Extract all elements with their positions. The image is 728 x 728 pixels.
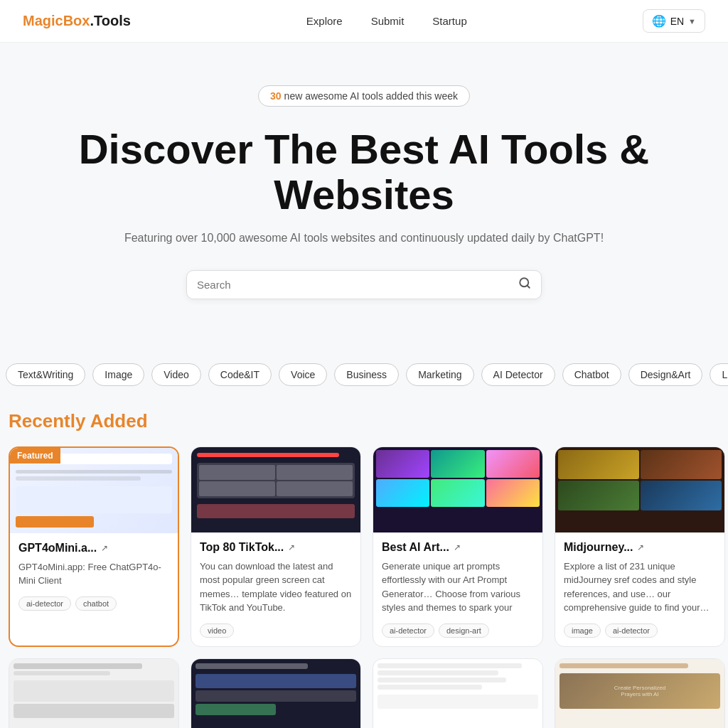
cat-textwriting[interactable]: Text&Writing	[6, 363, 85, 386]
hero-section: 30 new awesome AI tools added this week …	[0, 43, 728, 356]
card-desc: GPT4oMini.app: Free ChatGPT4o-Mini Clien…	[18, 560, 169, 588]
featured-badge: Featured	[10, 448, 60, 464]
tag-ai-detector[interactable]: ai-detector	[382, 623, 434, 638]
card-gpt4omini[interactable]: GPT4oMini.app Featured GPT4oMini.a... ↗ …	[9, 446, 179, 647]
cards-row-2: Create PersonalizedPrayers with AI	[9, 658, 719, 728]
card-title: Top 80 TikTok...	[200, 541, 284, 554]
language-selector[interactable]: 🌐 EN ▼	[643, 9, 705, 33]
external-link-icon: ↗	[288, 542, 295, 552]
card-thumbnail	[373, 447, 542, 532]
cat-business[interactable]: Business	[334, 363, 399, 386]
cat-design-art[interactable]: Design&Art	[628, 363, 703, 386]
cat-codeit[interactable]: Code&IT	[208, 363, 272, 386]
tag-image[interactable]: image	[564, 623, 601, 638]
badge-count: 30	[270, 90, 282, 102]
card-mini-4[interactable]: Create PersonalizedPrayers with AI	[555, 658, 725, 728]
nav-submit[interactable]: Submit	[371, 15, 405, 27]
search-input[interactable]	[197, 279, 518, 291]
card-thumbnail	[555, 447, 724, 532]
new-tools-badge[interactable]: 30 new awesome AI tools added this week	[258, 85, 470, 107]
card-tags: image ai-detector	[564, 623, 716, 638]
hero-subtext: Featuring over 10,000 awesome AI tools w…	[14, 232, 714, 245]
search-icon	[518, 277, 531, 289]
external-link-icon: ↗	[637, 542, 644, 552]
tag-video[interactable]: video	[200, 623, 234, 638]
cat-marketing[interactable]: Marketing	[406, 363, 473, 386]
section-title: Recently Added	[9, 410, 719, 432]
tag-design-art[interactable]: design-art	[439, 623, 489, 638]
chevron-down-icon: ▼	[688, 17, 696, 26]
logo[interactable]: MagicBox.Tools	[23, 13, 131, 29]
card-tiktok[interactable]: Top 80 TikTok... ↗ You can download the …	[191, 446, 361, 647]
search-button[interactable]	[518, 277, 531, 293]
cat-life-assistant[interactable]: Life Assistant	[710, 363, 728, 386]
card-midjourney[interactable]: Midjourney... ↗ Explore a list of 231 un…	[555, 446, 725, 647]
nav-startup[interactable]: Startup	[432, 15, 466, 27]
logo-tools: Tools	[94, 13, 131, 28]
card-mini-1[interactable]	[9, 658, 179, 728]
card-title: Best AI Art...	[382, 541, 449, 554]
external-link-icon: ↗	[454, 542, 461, 552]
recently-added-section: Recently Added GPT4oMini.app Featured	[0, 396, 728, 728]
language-label: EN	[670, 16, 684, 27]
cards-row: GPT4oMini.app Featured GPT4oMini.a... ↗ …	[9, 446, 719, 647]
globe-icon: 🌐	[652, 14, 666, 28]
navbar: MagicBox.Tools Explore Submit Startup 🌐 …	[0, 0, 728, 43]
search-bar	[186, 270, 542, 299]
nav-links: Explore Submit Startup	[306, 15, 467, 28]
cat-video[interactable]: Video	[151, 363, 201, 386]
card-tags: ai-detector design-art	[382, 623, 534, 638]
card-thumbnail	[191, 447, 360, 532]
tag-ai-detector[interactable]: ai-detector	[18, 596, 71, 611]
cat-chatbot[interactable]: Chatbot	[562, 363, 621, 386]
card-desc: You can download the latest and most pop…	[200, 560, 352, 615]
nav-explore[interactable]: Explore	[306, 15, 343, 27]
card-title: GPT4oMini.a...	[18, 542, 97, 555]
card-tags: ai-detector chatbot	[18, 596, 169, 611]
card-tags: video	[200, 623, 352, 638]
card-desc: Explore a list of 231 unique midJourney …	[564, 560, 716, 615]
card-title: Midjourney...	[564, 541, 633, 554]
cat-voice[interactable]: Voice	[279, 363, 327, 386]
hero-headline: Discover The Best AI Tools & Websites	[44, 127, 684, 218]
logo-magic: MagicBox	[23, 13, 90, 28]
tag-ai-detector[interactable]: ai-detector	[605, 623, 658, 638]
card-desc: Generate unique art prompts effortlessly…	[382, 560, 534, 615]
svg-line-1	[527, 285, 529, 287]
badge-text: new awesome AI tools added this week	[284, 90, 458, 102]
tag-chatbot[interactable]: chatbot	[75, 596, 117, 611]
category-tabs: Text&Writing Image Video Code&IT Voice B…	[0, 356, 728, 396]
cat-image[interactable]: Image	[92, 363, 144, 386]
card-mini-3[interactable]	[373, 658, 543, 728]
cat-ai-detector[interactable]: AI Detector	[481, 363, 555, 386]
card-ai-art[interactable]: Best AI Art... ↗ Generate unique art pro…	[373, 446, 543, 647]
external-link-icon: ↗	[101, 543, 108, 553]
card-mini-2[interactable]	[191, 658, 361, 728]
